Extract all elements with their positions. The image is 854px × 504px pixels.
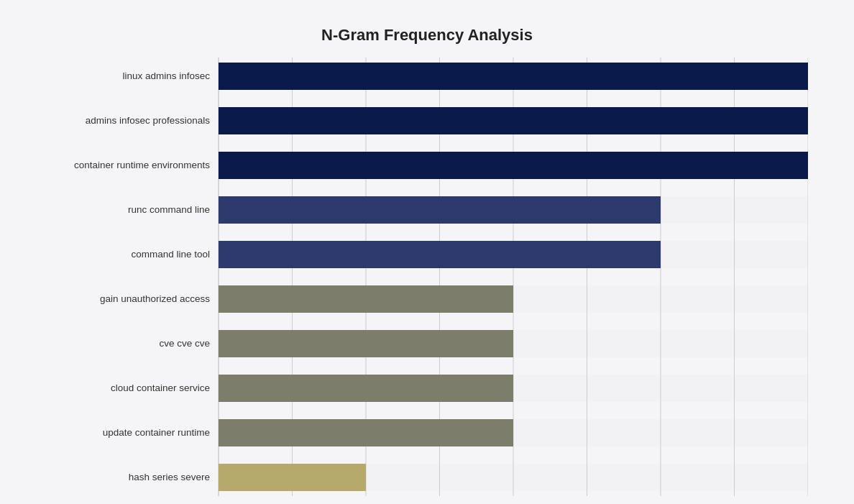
bar-fill xyxy=(219,152,808,179)
bar-track xyxy=(219,419,808,446)
bar-fill xyxy=(219,464,366,491)
bar-label: cloud container service xyxy=(46,382,219,393)
bar-track xyxy=(219,196,808,224)
bar-label: cve cve cve xyxy=(46,338,219,349)
bar-fill xyxy=(219,375,513,402)
bar-label: admins infosec professionals xyxy=(46,115,219,126)
bar-track xyxy=(219,63,808,90)
bar-row: update container runtime xyxy=(46,414,808,452)
bar-track xyxy=(219,152,808,179)
bar-row: linux admins infosec xyxy=(46,58,808,95)
bar-row: hash series severe xyxy=(46,459,808,496)
bar-label: update container runtime xyxy=(46,427,219,438)
bar-track xyxy=(219,375,808,402)
bar-fill xyxy=(219,241,661,268)
bar-fill xyxy=(219,196,661,224)
bar-fill xyxy=(219,330,513,357)
bar-track xyxy=(219,285,808,313)
bar-label: runc command line xyxy=(46,204,219,215)
chart-title: N-Gram Frequency Analysis xyxy=(46,26,808,45)
bar-label: container runtime environments xyxy=(46,160,219,170)
bar-row: runc command line xyxy=(46,191,808,229)
bar-track xyxy=(219,107,808,134)
bar-row: cloud container service xyxy=(46,370,808,407)
bar-label: gain unauthorized access xyxy=(46,293,219,304)
bar-track xyxy=(219,241,808,268)
bar-fill xyxy=(219,63,808,90)
bar-row: gain unauthorized access xyxy=(46,280,808,318)
bar-track xyxy=(219,464,808,491)
bar-label: linux admins infosec xyxy=(46,70,219,81)
bar-fill xyxy=(219,419,513,446)
bar-row: container runtime environments xyxy=(46,147,808,184)
bar-row: admins infosec professionals xyxy=(46,102,808,139)
bar-row: cve cve cve xyxy=(46,325,808,362)
chart-container: N-Gram Frequency Analysis linux admins i… xyxy=(32,12,822,493)
bar-label: command line tool xyxy=(46,249,219,260)
bar-track xyxy=(219,330,808,357)
bar-row: command line tool xyxy=(46,236,808,273)
bar-label: hash series severe xyxy=(46,472,219,482)
bar-fill xyxy=(219,107,808,134)
bar-fill xyxy=(219,285,513,313)
